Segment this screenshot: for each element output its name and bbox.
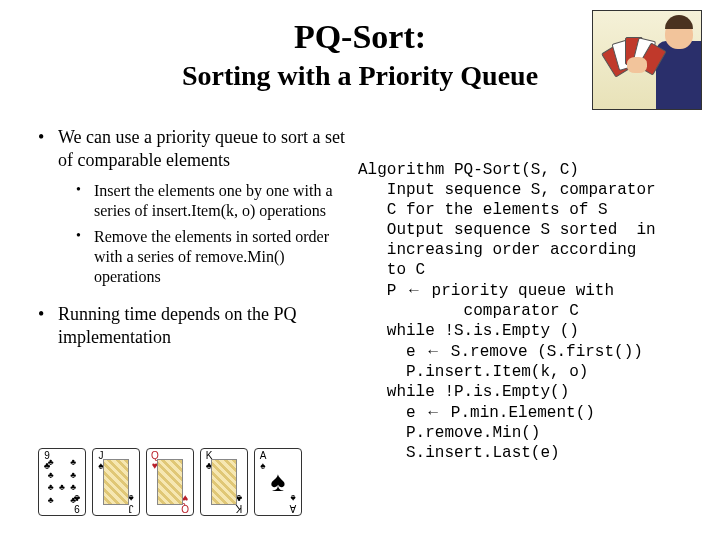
content-area: We can use a priority queue to sort a se…	[0, 126, 720, 463]
text: operations	[255, 202, 326, 219]
person-hand	[627, 57, 647, 73]
playing-card: 9 ♣9 ♣♣♣♣♣♣♣♣♣♣	[38, 448, 86, 516]
person-hair	[665, 15, 693, 29]
algo-line: S.insert.Last(e)	[358, 444, 560, 462]
playing-card: K ♣K ♣	[200, 448, 248, 516]
card-corner: A ♠	[287, 493, 299, 513]
code-ref: insert.Item(k, o)	[152, 202, 256, 219]
bullet-main-1: We can use a priority queue to sort a se…	[38, 126, 350, 287]
card-pip-grid: ♣♣♣♣♣♣♣♣♣	[45, 457, 79, 507]
algo-line: e	[358, 404, 425, 422]
bullet-text: We can use a priority queue to sort a se…	[58, 127, 345, 170]
bullet-sub-1a: Insert the elements one by one with a se…	[58, 181, 350, 221]
playing-card: Q ♥Q ♥	[146, 448, 194, 516]
code-ref: remove.Min()	[195, 248, 284, 265]
assign-arrow-icon: ←	[425, 403, 441, 420]
playing-card-row: 9 ♣9 ♣♣♣♣♣♣♣♣♣♣J ♠J ♠Q ♥Q ♥K ♣K ♣A ♠A ♠♠	[38, 448, 302, 516]
card-face-art	[103, 459, 129, 505]
algo-line: P.remove.Min()	[358, 424, 540, 442]
left-column: We can use a priority queue to sort a se…	[38, 126, 358, 463]
algo-line: while !S.is.Empty ()	[358, 322, 579, 340]
playing-card: J ♠J ♠	[92, 448, 140, 516]
algo-line: e	[358, 343, 425, 361]
playing-card: A ♠A ♠♠	[254, 448, 302, 516]
algo-line: to C	[358, 261, 425, 279]
algo-line: Algorithm PQ-Sort(S, C)	[358, 161, 579, 179]
card-face-art	[157, 459, 183, 505]
assign-arrow-icon: ←	[406, 281, 422, 298]
corner-illustration	[592, 10, 702, 110]
card-face-art	[211, 459, 237, 505]
card-corner: A ♠	[257, 451, 269, 471]
algo-line: P	[358, 282, 406, 300]
text: operations	[94, 268, 161, 285]
bullet-sub-1b: Remove the elements in sorted order with…	[58, 227, 350, 287]
algo-line: S.remove (S.first())	[441, 343, 643, 361]
bullet-text: Running time depends on the PQ implement…	[58, 304, 296, 347]
assign-arrow-icon: ←	[425, 342, 441, 359]
algo-line: Output sequence S sorted in	[358, 221, 656, 239]
algo-line: Input sequence S, comparator	[358, 181, 656, 199]
algo-line: increasing order according	[358, 241, 636, 259]
algo-line: while !P.is.Empty()	[358, 383, 569, 401]
algo-line: C for the elements of S	[358, 201, 608, 219]
algo-line: comparator C	[358, 302, 579, 320]
algo-line: priority queue with	[422, 282, 614, 300]
algo-line: P.insert.Item(k, o)	[358, 363, 588, 381]
bullet-main-2: Running time depends on the PQ implement…	[38, 303, 350, 348]
algo-line: P.min.Element()	[441, 404, 595, 422]
card-center-pip: ♠	[271, 466, 286, 498]
algorithm-block: Algorithm PQ-Sort(S, C) Input sequence S…	[358, 126, 700, 463]
